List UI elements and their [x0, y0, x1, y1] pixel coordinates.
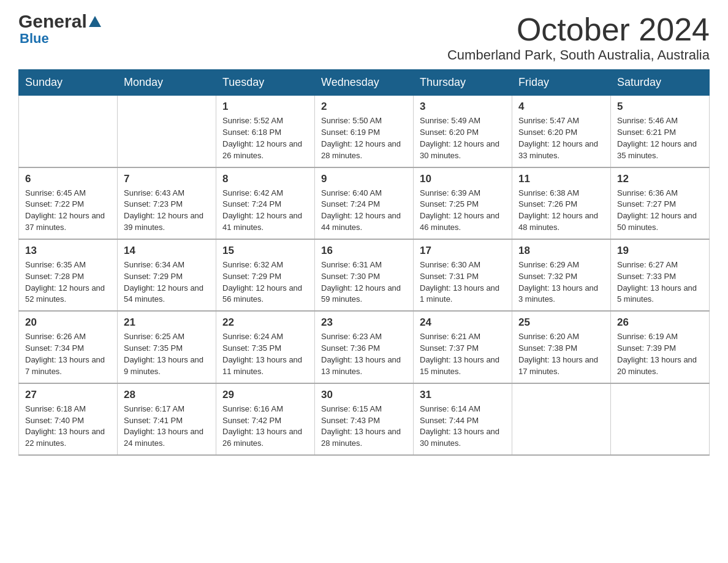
calendar-cell: 27Sunrise: 6:18 AM Sunset: 7:40 PM Dayli…	[19, 383, 118, 455]
day-info: Sunrise: 6:27 AM Sunset: 7:33 PM Dayligh…	[617, 259, 703, 305]
calendar-cell: 25Sunrise: 6:20 AM Sunset: 7:38 PM Dayli…	[512, 311, 611, 383]
day-info: Sunrise: 6:18 AM Sunset: 7:40 PM Dayligh…	[25, 404, 111, 450]
calendar-cell: 8Sunrise: 6:42 AM Sunset: 7:24 PM Daylig…	[216, 167, 315, 239]
calendar-cell: 11Sunrise: 6:38 AM Sunset: 7:26 PM Dayli…	[512, 167, 611, 239]
col-header-sunday: Sunday	[19, 70, 118, 96]
calendar-cell: 4Sunrise: 5:47 AM Sunset: 6:20 PM Daylig…	[512, 96, 611, 167]
day-number: 23	[321, 316, 407, 329]
calendar-table: SundayMondayTuesdayWednesdayThursdayFrid…	[18, 69, 710, 456]
calendar-cell: 12Sunrise: 6:36 AM Sunset: 7:27 PM Dayli…	[611, 167, 710, 239]
day-number: 27	[25, 389, 111, 401]
calendar-cell: 3Sunrise: 5:49 AM Sunset: 6:20 PM Daylig…	[414, 96, 512, 167]
day-number: 5	[617, 101, 703, 113]
day-number: 22	[222, 316, 308, 329]
day-info: Sunrise: 6:35 AM Sunset: 7:28 PM Dayligh…	[25, 259, 111, 305]
logo-blue-text: Blue	[20, 31, 49, 46]
day-info: Sunrise: 6:39 AM Sunset: 7:25 PM Dayligh…	[420, 188, 506, 234]
week-row-3: 13Sunrise: 6:35 AM Sunset: 7:28 PM Dayli…	[19, 239, 710, 311]
day-info: Sunrise: 6:25 AM Sunset: 7:35 PM Dayligh…	[124, 331, 210, 377]
title-area: October 2024 Cumberland Park, South Aust…	[447, 12, 710, 63]
day-number: 24	[420, 316, 506, 329]
day-info: Sunrise: 6:19 AM Sunset: 7:39 PM Dayligh…	[617, 331, 703, 377]
calendar-cell: 18Sunrise: 6:29 AM Sunset: 7:32 PM Dayli…	[512, 239, 611, 311]
day-info: Sunrise: 6:16 AM Sunset: 7:42 PM Dayligh…	[222, 404, 308, 450]
day-info: Sunrise: 6:30 AM Sunset: 7:31 PM Dayligh…	[420, 259, 506, 305]
day-number: 6	[25, 173, 111, 185]
day-info: Sunrise: 6:26 AM Sunset: 7:34 PM Dayligh…	[25, 331, 111, 377]
day-number: 10	[420, 173, 506, 185]
week-row-4: 20Sunrise: 6:26 AM Sunset: 7:34 PM Dayli…	[19, 311, 710, 383]
day-number: 16	[321, 245, 407, 257]
calendar-cell: 1Sunrise: 5:52 AM Sunset: 6:18 PM Daylig…	[216, 96, 315, 167]
calendar-cell: 14Sunrise: 6:34 AM Sunset: 7:29 PM Dayli…	[118, 239, 216, 311]
week-row-2: 6Sunrise: 6:45 AM Sunset: 7:22 PM Daylig…	[19, 167, 710, 239]
day-number: 30	[321, 389, 407, 401]
calendar-cell	[512, 383, 611, 455]
day-number: 14	[124, 245, 210, 257]
day-info: Sunrise: 6:45 AM Sunset: 7:22 PM Dayligh…	[25, 188, 111, 234]
day-number: 3	[420, 101, 506, 113]
day-info: Sunrise: 5:52 AM Sunset: 6:18 PM Dayligh…	[222, 115, 308, 161]
day-number: 19	[617, 245, 703, 257]
calendar-cell: 7Sunrise: 6:43 AM Sunset: 7:23 PM Daylig…	[118, 167, 216, 239]
day-number: 18	[518, 245, 604, 257]
calendar-cell	[19, 96, 118, 167]
day-info: Sunrise: 6:14 AM Sunset: 7:44 PM Dayligh…	[420, 404, 506, 450]
calendar-cell: 30Sunrise: 6:15 AM Sunset: 7:43 PM Dayli…	[315, 383, 414, 455]
calendar-cell: 6Sunrise: 6:45 AM Sunset: 7:22 PM Daylig…	[19, 167, 118, 239]
week-row-5: 27Sunrise: 6:18 AM Sunset: 7:40 PM Dayli…	[19, 383, 710, 455]
logo-general-text: General	[18, 12, 87, 31]
calendar-cell: 20Sunrise: 6:26 AM Sunset: 7:34 PM Dayli…	[19, 311, 118, 383]
week-row-1: 1Sunrise: 5:52 AM Sunset: 6:18 PM Daylig…	[19, 96, 710, 167]
day-info: Sunrise: 6:34 AM Sunset: 7:29 PM Dayligh…	[124, 259, 210, 305]
day-number: 31	[420, 389, 506, 401]
day-number: 15	[222, 245, 308, 257]
calendar-cell: 19Sunrise: 6:27 AM Sunset: 7:33 PM Dayli…	[611, 239, 710, 311]
logo: General Blue	[18, 12, 103, 47]
calendar-cell: 10Sunrise: 6:39 AM Sunset: 7:25 PM Dayli…	[414, 167, 512, 239]
calendar-cell	[118, 96, 216, 167]
day-number: 4	[518, 101, 604, 113]
calendar-cell: 28Sunrise: 6:17 AM Sunset: 7:41 PM Dayli…	[118, 383, 216, 455]
day-info: Sunrise: 5:49 AM Sunset: 6:20 PM Dayligh…	[420, 115, 506, 161]
location-subtitle: Cumberland Park, South Australia, Austra…	[447, 47, 710, 63]
calendar-cell: 13Sunrise: 6:35 AM Sunset: 7:28 PM Dayli…	[19, 239, 118, 311]
day-info: Sunrise: 6:40 AM Sunset: 7:24 PM Dayligh…	[321, 188, 407, 234]
calendar-cell: 31Sunrise: 6:14 AM Sunset: 7:44 PM Dayli…	[414, 383, 512, 455]
day-info: Sunrise: 6:24 AM Sunset: 7:35 PM Dayligh…	[222, 331, 308, 377]
day-info: Sunrise: 6:20 AM Sunset: 7:38 PM Dayligh…	[518, 331, 604, 377]
calendar-header-row: SundayMondayTuesdayWednesdayThursdayFrid…	[19, 70, 710, 96]
month-title: October 2024	[447, 12, 710, 47]
day-number: 2	[321, 101, 407, 113]
day-info: Sunrise: 5:47 AM Sunset: 6:20 PM Dayligh…	[518, 115, 604, 161]
calendar-cell: 29Sunrise: 6:16 AM Sunset: 7:42 PM Dayli…	[216, 383, 315, 455]
logo-triangle-icon	[89, 16, 101, 27]
calendar-cell	[611, 383, 710, 455]
calendar-cell: 5Sunrise: 5:46 AM Sunset: 6:21 PM Daylig…	[611, 96, 710, 167]
calendar-cell: 9Sunrise: 6:40 AM Sunset: 7:24 PM Daylig…	[315, 167, 414, 239]
col-header-tuesday: Tuesday	[216, 70, 315, 96]
day-number: 11	[518, 173, 604, 185]
day-number: 25	[518, 316, 604, 329]
day-number: 28	[124, 389, 210, 401]
day-info: Sunrise: 5:46 AM Sunset: 6:21 PM Dayligh…	[617, 115, 703, 161]
day-number: 8	[222, 173, 308, 185]
day-number: 29	[222, 389, 308, 401]
calendar-cell: 26Sunrise: 6:19 AM Sunset: 7:39 PM Dayli…	[611, 311, 710, 383]
calendar-cell: 15Sunrise: 6:32 AM Sunset: 7:29 PM Dayli…	[216, 239, 315, 311]
calendar-cell: 23Sunrise: 6:23 AM Sunset: 7:36 PM Dayli…	[315, 311, 414, 383]
day-number: 1	[222, 101, 308, 113]
day-info: Sunrise: 6:42 AM Sunset: 7:24 PM Dayligh…	[222, 188, 308, 234]
col-header-wednesday: Wednesday	[315, 70, 414, 96]
day-info: Sunrise: 6:43 AM Sunset: 7:23 PM Dayligh…	[124, 188, 210, 234]
calendar-cell: 21Sunrise: 6:25 AM Sunset: 7:35 PM Dayli…	[118, 311, 216, 383]
day-info: Sunrise: 6:32 AM Sunset: 7:29 PM Dayligh…	[222, 259, 308, 305]
day-info: Sunrise: 6:38 AM Sunset: 7:26 PM Dayligh…	[518, 188, 604, 234]
page-header: General Blue October 2024 Cumberland Par…	[18, 12, 710, 63]
day-number: 7	[124, 173, 210, 185]
day-info: Sunrise: 6:31 AM Sunset: 7:30 PM Dayligh…	[321, 259, 407, 305]
day-info: Sunrise: 6:36 AM Sunset: 7:27 PM Dayligh…	[617, 188, 703, 234]
day-number: 21	[124, 316, 210, 329]
calendar-cell: 2Sunrise: 5:50 AM Sunset: 6:19 PM Daylig…	[315, 96, 414, 167]
calendar-cell: 24Sunrise: 6:21 AM Sunset: 7:37 PM Dayli…	[414, 311, 512, 383]
